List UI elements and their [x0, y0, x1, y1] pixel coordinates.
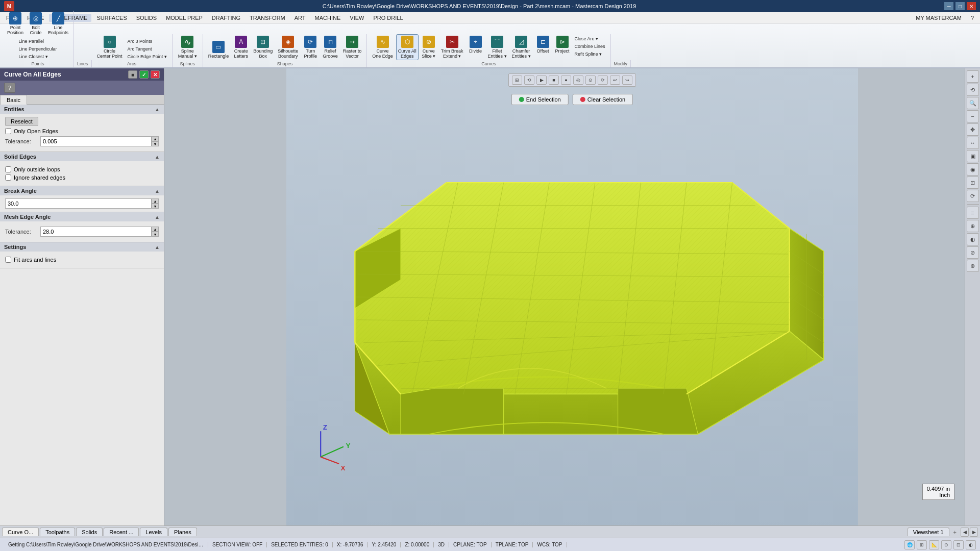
ribbon-btn-silhouette[interactable]: ◈ Silhouette Boundary: [276, 34, 300, 60]
bottom-tab-curve[interactable]: Curve O...: [2, 528, 39, 536]
status-icon-3[interactable]: 📐: [929, 540, 939, 549]
ribbon-btn-raster-to-vector[interactable]: ⇢ Raster to Vector: [341, 34, 364, 60]
rt-btn-view5[interactable]: ⟳: [967, 190, 979, 202]
mesh-tolerance-up[interactable]: ▲: [152, 227, 159, 232]
ribbon-btn-circle-edge-point[interactable]: Circle Edge Point ▾: [126, 53, 169, 60]
minimize-button[interactable]: ─: [944, 2, 953, 10]
ribbon-btn-curve-slice[interactable]: ⊘ Curve Slice ▾: [420, 34, 438, 60]
entities-tolerance-up[interactable]: ▲: [152, 136, 159, 141]
view-toolbar-btn-3[interactable]: ▶: [536, 76, 547, 85]
view-toolbar-btn-10[interactable]: ↪: [622, 76, 632, 85]
ribbon-btn-arc-tangent[interactable]: Arc Tangent: [126, 45, 169, 53]
menu-machine[interactable]: MACHINE: [311, 14, 345, 22]
section-settings-header[interactable]: Settings ▲: [0, 242, 164, 252]
ribbon-btn-circle-center[interactable]: ○ Circle Center Point: [95, 34, 125, 60]
ribbon-btn-combine-lines[interactable]: Combine Lines: [573, 43, 607, 50]
maximize-button[interactable]: □: [955, 2, 965, 10]
bottom-tab-toolpaths[interactable]: Toolpaths: [40, 528, 75, 536]
break-angle-up[interactable]: ▲: [152, 198, 159, 204]
reselect-button[interactable]: Reselect: [5, 117, 38, 126]
ribbon-btn-curve-all-edges[interactable]: ⬡ Curve All Edges: [396, 34, 419, 60]
rt-btn-view2[interactable]: ▣: [967, 150, 979, 162]
ribbon-btn-project[interactable]: ⊳ Project: [553, 34, 572, 60]
menu-view[interactable]: VIEW: [346, 14, 368, 22]
bottom-tab-add[interactable]: +: [950, 528, 960, 536]
entities-tolerance-down[interactable]: ▼: [152, 141, 159, 146]
ribbon-btn-turn-profile[interactable]: ⟳ Turn Profile: [301, 34, 320, 60]
entities-tolerance-input[interactable]: [40, 136, 152, 146]
tab-basic[interactable]: Basic: [0, 95, 27, 105]
ribbon-btn-relief-groove[interactable]: ⊓ Relief Groove: [321, 34, 340, 60]
view-toolbar-btn-5[interactable]: ●: [561, 76, 571, 85]
ribbon-btn-divide[interactable]: ÷ Divide: [467, 34, 485, 60]
view-toolbar-btn-1[interactable]: ⊞: [512, 76, 522, 85]
menu-art[interactable]: ART: [290, 14, 310, 22]
view-toolbar-btn-8[interactable]: ⟳: [598, 76, 608, 85]
menu-pro-drill[interactable]: PRO DRILL: [369, 14, 407, 22]
only-open-edges-checkbox[interactable]: [5, 128, 11, 134]
bottom-tab-viewsheet[interactable]: Viewsheet 1: [908, 528, 949, 536]
bottom-tab-planes[interactable]: Planes: [168, 528, 197, 536]
ribbon-btn-create-letters[interactable]: A Create Letters: [232, 34, 250, 60]
view-toolbar-btn-2[interactable]: ⟲: [524, 76, 534, 85]
rt-btn-settings1[interactable]: ≡: [967, 207, 979, 219]
rt-btn-zoom-fit[interactable]: 🔍: [967, 97, 979, 109]
bottom-nav-right[interactable]: ▶: [970, 528, 978, 537]
menu-solids[interactable]: SOLIDS: [132, 14, 161, 22]
bottom-tab-solids[interactable]: Solids: [76, 528, 103, 536]
bottom-tab-recent[interactable]: Recent ...: [104, 528, 139, 536]
bottom-tab-levels[interactable]: Levels: [140, 528, 167, 536]
rt-btn-zoom-out[interactable]: −: [967, 110, 979, 122]
ribbon-btn-bolt-circle[interactable]: ◎ Bolt Circle: [27, 11, 45, 37]
ribbon-btn-line-closest[interactable]: Line Closest ▾: [17, 53, 59, 60]
ribbon-btn-point-position[interactable]: ⊕ Point Position: [5, 11, 26, 37]
clear-selection-button[interactable]: Clear Selection: [573, 94, 633, 105]
fit-arcs-checkbox[interactable]: [5, 257, 11, 263]
section-entities-header[interactable]: Entities ▲: [0, 105, 164, 114]
only-outside-loops-checkbox[interactable]: [5, 166, 11, 172]
rt-btn-view3[interactable]: ◉: [967, 163, 979, 176]
menu-surfaces[interactable]: SURFACES: [92, 14, 131, 22]
ribbon-btn-bounding-box[interactable]: ⊡ Bounding Box: [251, 34, 275, 60]
ribbon-btn-line-endpoints[interactable]: ╱ Line Endpoints: [46, 11, 70, 37]
ribbon-btn-refit-spline[interactable]: Refit Spline ▾: [573, 51, 607, 58]
view-toolbar-btn-4[interactable]: ■: [549, 76, 559, 85]
panel-help-button[interactable]: ?: [4, 83, 15, 93]
break-angle-input[interactable]: [5, 198, 152, 209]
menu-model-prep[interactable]: MODEL PREP: [162, 14, 207, 22]
view-toolbar-btn-6[interactable]: ◎: [573, 76, 583, 85]
mesh-tolerance-input[interactable]: [40, 227, 152, 237]
ribbon-btn-rectangle[interactable]: ▭ Rectangle: [206, 39, 231, 60]
rt-btn-zoom-in[interactable]: +: [967, 70, 979, 83]
rt-btn-settings3[interactable]: ◐: [967, 233, 979, 245]
rt-btn-settings5[interactable]: ⊛: [967, 260, 979, 272]
rt-btn-settings4[interactable]: ⊘: [967, 246, 979, 259]
rt-btn-pan[interactable]: ✥: [967, 123, 979, 136]
status-icon-2[interactable]: ⊞: [917, 540, 927, 549]
ignore-shared-edges-checkbox[interactable]: [5, 174, 11, 181]
panel-ok-button[interactable]: ✓: [139, 70, 149, 79]
section-break-angle-header[interactable]: Break Angle ▲: [0, 186, 164, 195]
status-icon-6[interactable]: ◐: [966, 540, 976, 549]
status-icon-4[interactable]: ⊙: [941, 540, 951, 549]
section-solid-edges-header[interactable]: Solid Edges ▲: [0, 152, 164, 161]
menu-my-mastercam[interactable]: MY MASTERCAM: [912, 14, 966, 22]
ribbon-btn-trim-break[interactable]: ✂ Trim Break Extend ▾: [439, 34, 465, 60]
end-selection-button[interactable]: End Selection: [511, 94, 569, 105]
ribbon-btn-chamfer[interactable]: ◿ Chamfer Entities ▾: [510, 34, 533, 60]
ribbon-btn-close-arc[interactable]: Close Arc ▾: [573, 35, 607, 42]
section-mesh-edge-angle-header[interactable]: Mesh Edge Angle ▲: [0, 212, 164, 221]
panel-cancel-button[interactable]: ✕: [151, 70, 160, 79]
ribbon-btn-line-perpendicular[interactable]: Line Perpendicular: [17, 45, 59, 53]
ribbon-btn-spline-manual[interactable]: ∿ Spline Manual ▾: [176, 34, 199, 60]
menu-drafting[interactable]: DRAFTING: [208, 14, 244, 22]
mesh-tolerance-down[interactable]: ▼: [152, 232, 159, 237]
status-icon-5[interactable]: ⊡: [953, 540, 964, 549]
rt-btn-rotate[interactable]: ⟲: [967, 84, 979, 96]
rt-btn-settings2[interactable]: ⊕: [967, 220, 979, 232]
close-button[interactable]: ✕: [967, 2, 976, 10]
bottom-nav-left[interactable]: ◀: [961, 528, 969, 537]
menu-help[interactable]: ?: [967, 14, 978, 22]
ribbon-btn-arc-3-points[interactable]: Arc 3 Points: [126, 38, 169, 45]
rt-btn-view4[interactable]: ⊡: [967, 177, 979, 189]
